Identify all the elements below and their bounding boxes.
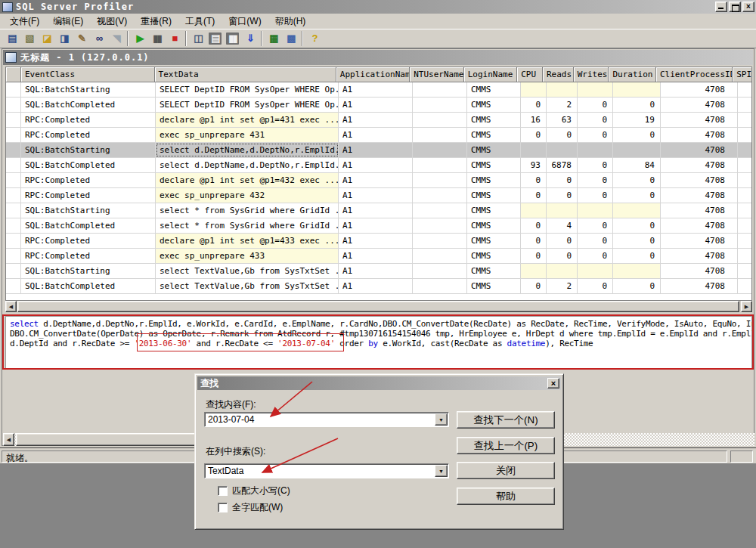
find-dialog-title-bar[interactable]: 查找 × — [197, 376, 561, 390]
trace-row[interactable]: RPC:Completedexec sp_unprepare 433A1CMMS… — [6, 249, 751, 264]
column-header-Duration[interactable]: Duration — [609, 67, 656, 82]
grid-cell: 4708 — [661, 249, 738, 263]
column-header-SPI[interactable]: SPI — [733, 67, 751, 82]
grid-cell — [521, 203, 547, 218]
match-case-checkbox[interactable] — [218, 486, 228, 496]
grid-cell: exec sp_unprepare 431 — [156, 128, 339, 142]
grid-cell — [413, 82, 467, 97]
trace-row[interactable]: RPC:Completedexec sp_unprepare 432A1CMMS… — [6, 188, 751, 203]
performance-chart-icon[interactable]: ▩ — [282, 30, 299, 47]
grid-cell: select TextValue,Gb from SysTxtSet ... — [156, 279, 339, 293]
grid-cell: 0 — [578, 128, 613, 142]
grid-cell: select * from SysGrid where GridId ... — [156, 218, 339, 233]
column-header-Reads[interactable]: Reads — [543, 67, 574, 82]
scroll-right-icon[interactable]: ▶ — [741, 301, 752, 312]
find-what-combobox[interactable]: 2013-07-04 ▼ — [204, 412, 449, 427]
trace-row[interactable]: SQL:BatchCompletedselect d.DeptName,d.De… — [6, 158, 751, 173]
start-trace-glyph: ▶ — [133, 33, 146, 45]
menu-item-0[interactable]: 文件(F) — [3, 14, 46, 29]
grid-cell: 0 — [613, 188, 661, 203]
trace-row[interactable]: RPC:Completedexec sp_unprepare 431A1CMMS… — [6, 128, 751, 143]
column-header-ApplicationName[interactable]: ApplicationName — [336, 67, 410, 82]
column-header-TextData[interactable]: TextData — [155, 67, 336, 82]
trace-row[interactable]: SQL:BatchStartingSELECT DeptID FROM SysO… — [6, 82, 751, 98]
grid-cell — [578, 264, 613, 278]
save-trace-icon[interactable]: ◨ — [55, 30, 73, 47]
menu-item-1[interactable]: 编辑(E) — [46, 14, 90, 29]
toolbar-separator — [127, 31, 129, 46]
scroll-left-icon[interactable]: ◀ — [5, 301, 17, 312]
help-button[interactable]: 帮助 — [457, 488, 555, 505]
trace-row[interactable]: SQL:BatchStartingselect TextValue,Gb fro… — [6, 264, 751, 279]
trace-row[interactable]: RPC:Completeddeclare @p1 int set @p1=432… — [6, 173, 751, 188]
grid-cell — [6, 234, 21, 248]
trace-row[interactable]: RPC:Completeddeclare @p1 int set @p1=431… — [6, 113, 751, 128]
grid-cell: SQL:BatchCompleted — [21, 158, 156, 172]
grid-cell — [413, 264, 467, 278]
maximize-button[interactable] — [729, 2, 741, 12]
start-trace-icon[interactable]: ▶ — [131, 30, 148, 47]
search-column-combobox[interactable]: TextData ▼ — [204, 463, 449, 478]
minimize-button[interactable] — [715, 2, 727, 12]
column-header-ClientProcessID[interactable]: ClientProcessID — [656, 67, 733, 82]
grid-cell — [413, 143, 467, 157]
grid-cell: CMMS — [467, 113, 521, 127]
new-trace-glyph: ▤ — [5, 33, 18, 45]
sql-text-pane[interactable]: select d.DeptName,d.DeptNo,r.EmplId, e.W… — [5, 316, 752, 369]
clear-trace-window-icon[interactable]: ◥ — [107, 30, 125, 47]
menu-item-2[interactable]: 视图(V) — [90, 14, 134, 29]
grid-cell — [738, 234, 751, 248]
menu-item-5[interactable]: 窗口(W) — [222, 14, 268, 29]
trace-row[interactable]: RPC:Completeddeclare @p1 int set @p1=433… — [6, 234, 751, 249]
column-header-selector[interactable] — [6, 67, 21, 82]
pause-trace-icon[interactable]: ▮▮ — [148, 30, 166, 47]
grid-cell — [578, 203, 613, 218]
grid-cell: SQL:BatchStarting — [21, 264, 156, 278]
new-trace-template-icon[interactable]: ▧ — [20, 30, 38, 47]
whole-word-checkbox[interactable] — [218, 503, 228, 512]
grid-cell: 0 — [578, 218, 613, 233]
grid-cell — [413, 188, 467, 203]
trace-row[interactable]: SQL:BatchCompletedselect * from SysGrid … — [6, 218, 751, 234]
menu-item-3[interactable]: 重播(R) — [134, 14, 178, 29]
column-header-LoginName[interactable]: LoginName — [464, 67, 518, 82]
chevron-down-icon[interactable]: ▼ — [435, 465, 448, 477]
save-trace-glyph: ◨ — [57, 33, 70, 45]
new-trace-icon[interactable]: ▤ — [3, 30, 20, 47]
trace-properties-icon[interactable]: ✎ — [73, 30, 90, 47]
auto-scroll-window-icon[interactable]: ⇓ — [241, 30, 259, 47]
menu-item-4[interactable]: 工具(T) — [178, 14, 222, 29]
grid-cell: 0 — [521, 128, 547, 142]
grid-cell: 0 — [521, 249, 547, 263]
group-events-icon[interactable]: ◫ — [189, 30, 206, 47]
stop-trace-icon[interactable]: ■ — [166, 30, 183, 47]
grid-cell — [738, 143, 751, 157]
trace-row[interactable]: SQL:BatchCompletedSELECT DeptID FROM Sys… — [6, 98, 751, 113]
chevron-down-icon[interactable]: ▼ — [435, 413, 448, 426]
trace-row[interactable]: SQL:BatchCompletedselect TextValue,Gb fr… — [6, 279, 751, 294]
column-header-EventClass[interactable]: EventClass — [21, 67, 155, 82]
column-header-NTUserName[interactable]: NTUserName — [410, 67, 464, 82]
toggle-rollup-view-icon[interactable]: ▮▮ — [224, 30, 241, 47]
grid-scrollbar-thumb[interactable] — [17, 301, 739, 312]
sql-text-line: d.DeptId and r.RecDate >= '2013-06-30' a… — [10, 339, 748, 348]
menu-item-6[interactable]: 帮助(H) — [268, 14, 313, 29]
grid-cell: RPC:Completed — [21, 234, 156, 248]
close-find-button[interactable]: 关闭 — [457, 462, 555, 479]
find-icon[interactable]: ∞ — [90, 30, 107, 47]
toggle-grouped-view-icon[interactable]: ▤ — [206, 30, 224, 47]
scroll-left-icon[interactable]: ◀ — [3, 433, 14, 446]
edit-template-icon[interactable]: ▦ — [265, 30, 282, 47]
find-next-button[interactable]: 查找下一个(N) — [457, 411, 555, 429]
toggle-rollup-view-glyph: ▮▮ — [226, 33, 239, 45]
grid-horizontal-scrollbar[interactable]: ◀ ▶ — [5, 301, 752, 312]
help-about-icon[interactable]: ? — [305, 30, 323, 47]
open-trace-file-icon[interactable]: ◪ — [38, 30, 55, 47]
column-header-CPU[interactable]: CPU — [517, 67, 543, 82]
find-previous-button[interactable]: 查找上一个(P) — [457, 437, 555, 454]
column-header-Writes[interactable]: Writes — [574, 67, 609, 82]
dialog-close-icon[interactable]: × — [547, 378, 559, 389]
trace-row[interactable]: SQL:BatchStartingselect * from SysGrid w… — [6, 203, 751, 218]
close-button[interactable]: × — [742, 2, 754, 12]
trace-row[interactable]: SQL:BatchStartingselect d.DeptName,d.Dep… — [6, 143, 751, 158]
